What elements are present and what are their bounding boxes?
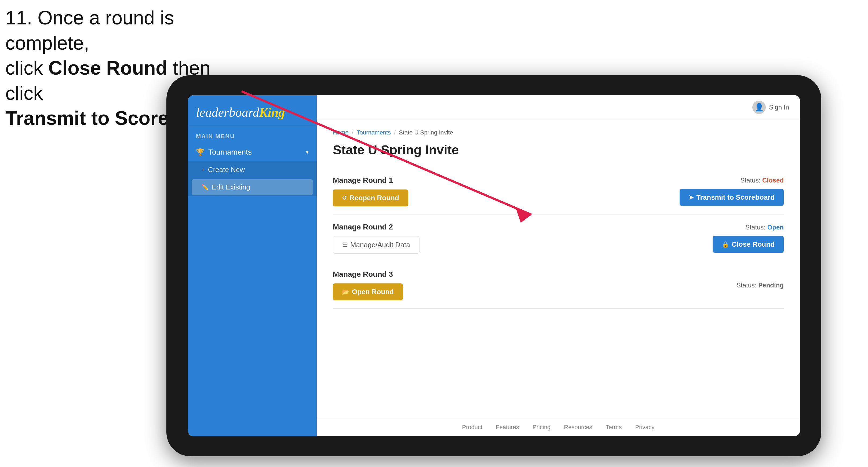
round-1-status-label: Status: — [741, 177, 761, 184]
transmit-icon: ➤ — [689, 194, 693, 201]
tablet-screen: leaderboardKing MAIN MENU 🏆 Tournaments … — [188, 95, 800, 436]
plus-icon: + — [201, 166, 205, 174]
sidebar-item-tournaments[interactable]: 🏆 Tournaments ▾ — [188, 143, 317, 161]
round-2-status-label: Status: — [745, 224, 766, 231]
manage-icon: ☰ — [342, 242, 348, 249]
footer: Product Features Pricing Resources Terms… — [317, 418, 800, 436]
round-1-status: Status: Closed — [741, 177, 784, 184]
lock-icon: 🔒 — [722, 241, 729, 248]
round-2-status: Status: Open — [745, 224, 784, 231]
breadcrumb-home[interactable]: Home — [333, 129, 349, 136]
logo: leaderboardKing — [196, 105, 309, 120]
round-3-title: Manage Round 3 — [333, 270, 403, 279]
transmit-label: Transmit to Scoreboard — [696, 193, 775, 201]
transmit-to-scoreboard-button[interactable]: ➤ Transmit to Scoreboard — [680, 189, 784, 206]
round-2-section: Manage Round 2 ☰ Manage/Audit Data Statu… — [333, 215, 784, 262]
close-round-label: Close Round — [732, 240, 775, 249]
open-round-label: Open Round — [352, 288, 394, 296]
sidebar-edit-existing-label: Edit Existing — [212, 183, 250, 191]
reopen-icon: ↺ — [342, 195, 347, 201]
breadcrumb-current: State U Spring Invite — [399, 129, 453, 136]
footer-resources[interactable]: Resources — [564, 424, 592, 431]
close-round-button[interactable]: 🔒 Close Round — [713, 236, 784, 253]
user-avatar: 👤 — [752, 101, 766, 114]
round-1-status-value: Closed — [762, 177, 784, 184]
trophy-icon: 🏆 — [196, 148, 205, 156]
round-2-left: Manage Round 2 ☰ Manage/Audit Data — [333, 223, 420, 254]
breadcrumb-sep2: / — [394, 129, 396, 136]
logo-leaderboard-text: leaderboard — [196, 105, 259, 119]
round-2-status-value: Open — [767, 224, 784, 231]
sidebar-menu-label: MAIN MENU — [188, 126, 317, 143]
sidebar-logo: leaderboardKing — [188, 95, 317, 126]
round-3-section: Manage Round 3 📂 Open Round Status: Pend… — [333, 262, 784, 309]
footer-terms[interactable]: Terms — [606, 424, 622, 431]
content-area: Home / Tournaments / State U Spring Invi… — [317, 119, 800, 418]
instruction-close-round: Close Round — [48, 57, 167, 79]
sign-in-label: Sign In — [769, 103, 789, 111]
footer-privacy[interactable]: Privacy — [635, 424, 654, 431]
edit-icon: ✏️ — [201, 184, 209, 191]
open-round-icon: 📂 — [342, 288, 349, 295]
sign-in-button[interactable]: 👤 Sign In — [752, 101, 789, 114]
reopen-round-label: Reopen Round — [349, 194, 399, 202]
round-2-title: Manage Round 2 — [333, 223, 420, 231]
manage-audit-data-button[interactable]: ☰ Manage/Audit Data — [333, 236, 420, 254]
round-1-right: Status: Closed ➤ Transmit to Scoreboard — [680, 177, 784, 206]
top-bar: 👤 Sign In — [317, 95, 800, 119]
sidebar-tournaments-label: Tournaments — [208, 148, 306, 156]
round-3-left: Manage Round 3 📂 Open Round — [333, 270, 403, 300]
main-content: 👤 Sign In Home / Tournaments / State U S… — [317, 95, 800, 436]
page-title: State U Spring Invite — [333, 143, 784, 157]
sidebar-create-new-label: Create New — [208, 165, 245, 174]
round-1-left: Manage Round 1 ↺ Reopen Round — [333, 176, 408, 207]
breadcrumb: Home / Tournaments / State U Spring Invi… — [333, 129, 784, 136]
footer-product[interactable]: Product — [462, 424, 482, 431]
app-layout: leaderboardKing MAIN MENU 🏆 Tournaments … — [188, 95, 800, 436]
tablet-frame: leaderboardKing MAIN MENU 🏆 Tournaments … — [166, 75, 821, 456]
instruction-line1: 11. Once a round is complete, — [5, 5, 247, 56]
round-3-right: Status: Pending — [737, 282, 784, 289]
footer-features[interactable]: Features — [496, 424, 519, 431]
sidebar: leaderboardKing MAIN MENU 🏆 Tournaments … — [188, 95, 317, 436]
sidebar-sub-menu: + Create New ✏️ Edit Existing — [188, 161, 317, 196]
breadcrumb-tournaments[interactable]: Tournaments — [357, 129, 391, 136]
sidebar-create-new[interactable]: + Create New — [188, 161, 317, 178]
round-1-title: Manage Round 1 — [333, 176, 408, 185]
round-3-status-label: Status: — [737, 282, 756, 289]
round-3-status: Status: Pending — [737, 282, 784, 289]
footer-pricing[interactable]: Pricing — [532, 424, 551, 431]
open-round-button[interactable]: 📂 Open Round — [333, 283, 403, 300]
chevron-down-icon: ▾ — [306, 149, 309, 156]
breadcrumb-sep1: / — [352, 129, 353, 136]
instruction-click: click — [5, 57, 48, 79]
round-1-section: Manage Round 1 ↺ Reopen Round Status: Cl… — [333, 168, 784, 215]
logo-king-text: King — [259, 105, 285, 119]
round-3-status-value: Pending — [758, 282, 784, 289]
round-2-right: Status: Open 🔒 Close Round — [713, 224, 784, 253]
avatar-icon: 👤 — [754, 103, 764, 112]
sidebar-edit-existing[interactable]: ✏️ Edit Existing — [192, 179, 313, 195]
reopen-round-button[interactable]: ↺ Reopen Round — [333, 189, 408, 207]
manage-audit-label: Manage/Audit Data — [350, 241, 410, 249]
